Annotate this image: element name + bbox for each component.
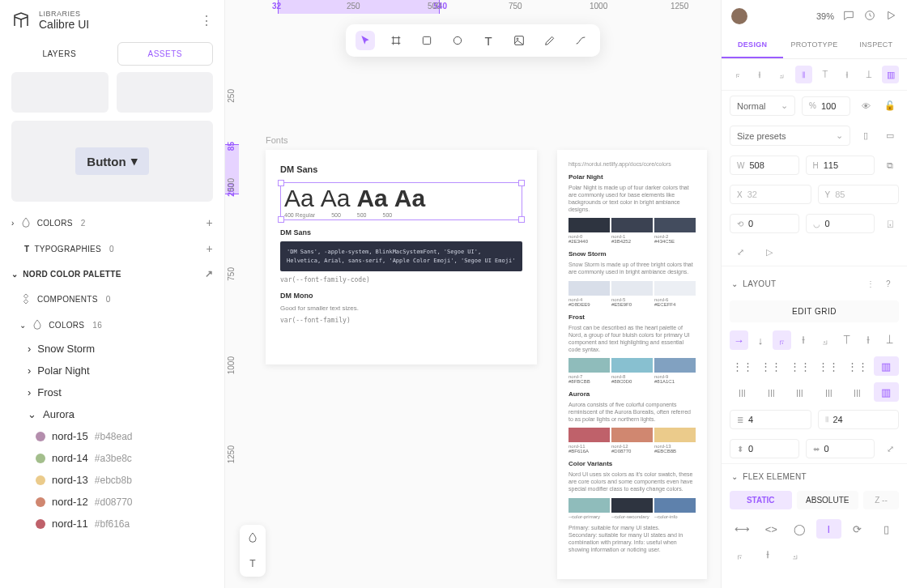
flex-section-header[interactable]: ⌄FLEX ELEMENT	[722, 463, 907, 484]
add-icon[interactable]: +	[207, 242, 213, 255]
asset-thumb[interactable]	[11, 72, 109, 113]
color-item[interactable]: nord-15#b48ead	[8, 425, 224, 447]
color-group[interactable]: ›Polar Night	[8, 360, 224, 381]
section-components[interactable]: COMPONENTS0	[8, 286, 224, 312]
color-group[interactable]: ›Snow Storm	[8, 338, 224, 360]
wrap-4[interactable]: ⋮⋮	[816, 356, 842, 376]
size-presets-select[interactable]: Size presets⌄	[730, 126, 850, 146]
gap-col-field[interactable]: ⦀	[818, 410, 900, 429]
dist-5[interactable]: ⫼	[845, 382, 871, 402]
wrap-2[interactable]: ⋮⋮	[759, 356, 785, 376]
flex-v-hug[interactable]: ▯	[874, 519, 900, 539]
align-center[interactable]: ⫲	[794, 330, 813, 350]
dist-3[interactable]: ⫼	[787, 382, 813, 402]
link-wh-icon[interactable]: ⧉	[881, 156, 899, 174]
flex-h-fill[interactable]: ⟷	[730, 519, 756, 539]
height-field[interactable]: H	[806, 156, 875, 175]
add-icon[interactable]: +	[207, 216, 213, 229]
align-self-end[interactable]: ⟓	[785, 545, 806, 565]
align-start[interactable]: ⟔	[773, 330, 791, 350]
dist-6[interactable]: ▥	[874, 382, 900, 402]
artboard-colors[interactable]: Colors https://nordui.netlify.app/docs/c…	[557, 150, 707, 579]
resize-icon[interactable]: ⤢	[731, 243, 749, 261]
wrap-5[interactable]: ⋮⋮	[845, 356, 871, 376]
avatar[interactable]	[731, 8, 747, 24]
rotation-field[interactable]: ⟲	[730, 214, 799, 233]
more-icon[interactable]: ⋮	[200, 13, 213, 28]
tool-path[interactable]	[571, 31, 590, 50]
tool-image[interactable]	[509, 31, 529, 50]
wrap-3[interactable]: ⋮⋮	[787, 356, 813, 376]
align-bottom[interactable]: ⟘	[860, 66, 877, 83]
pad-expand-icon[interactable]: ⤢	[881, 440, 899, 458]
landscape-icon[interactable]: ▭	[881, 127, 899, 145]
justify-end[interactable]: ⟘	[880, 330, 899, 350]
tool-ellipse[interactable]	[448, 31, 467, 50]
more-icon[interactable]: ⋮	[867, 279, 875, 288]
color-picker-tool[interactable]	[240, 525, 266, 551]
lock-icon[interactable]: 🔓	[881, 97, 899, 115]
position-static[interactable]: STATIC	[730, 491, 792, 509]
opacity-field[interactable]: %	[802, 96, 850, 116]
position-absolute[interactable]: ABSOLUTE	[797, 491, 859, 509]
x-field[interactable]: X	[730, 185, 811, 204]
section-colors-16[interactable]: ⌄ COLORS16	[8, 312, 224, 338]
flex-v-fill[interactable]: ⟳	[845, 519, 871, 539]
flex-h-fixed[interactable]: ◯	[787, 519, 813, 539]
canvas[interactable]: 32 540 25050075010001250 85 200 25050075…	[225, 0, 721, 588]
tab-inspect[interactable]: INSPECT	[845, 32, 907, 58]
tool-frame[interactable]	[386, 31, 406, 50]
align-stretch[interactable]: ▥	[882, 66, 899, 83]
tool-select[interactable]	[356, 31, 375, 50]
help-icon[interactable]: ?	[879, 275, 897, 292]
align-self-start[interactable]: ⟔	[730, 545, 751, 565]
section-colors[interactable]: › COLORS2 +	[0, 210, 224, 236]
wrap-6[interactable]: ▥	[874, 356, 900, 376]
wrap-1[interactable]: ⋮⋮	[730, 356, 756, 376]
history-icon[interactable]	[863, 9, 876, 23]
pad-h-field[interactable]: ⬌	[806, 439, 875, 458]
edit-grid-button[interactable]: EDIT GRID	[730, 300, 899, 322]
align-top[interactable]: ⟙	[817, 66, 834, 83]
align-justify[interactable]: ⫴	[795, 66, 812, 83]
dir-col[interactable]: ↓	[752, 330, 770, 350]
width-field[interactable]: W	[730, 156, 799, 175]
justify-start[interactable]: ⟙	[837, 330, 856, 350]
color-item[interactable]: nord-11#bf616a	[8, 513, 224, 535]
section-typographies[interactable]: T TYPOGRAPHIES0 +	[0, 236, 224, 262]
section-nord-palette[interactable]: ⌄ NORD COLOR PALETTE ↗	[0, 262, 224, 286]
asset-thumb-button[interactable]: Button▾	[11, 121, 213, 202]
external-icon[interactable]: ↗	[205, 268, 213, 279]
blend-mode-select[interactable]: Normal⌄	[730, 96, 795, 116]
align-self-center[interactable]: ⫲	[757, 545, 778, 565]
corners-icon[interactable]: ⌺	[881, 215, 899, 232]
align-center-h[interactable]: ⫲	[752, 66, 769, 83]
color-item[interactable]: nord-12#d08770	[8, 491, 224, 513]
flex-h-hug[interactable]: <>	[759, 519, 785, 539]
asset-thumb[interactable]	[117, 72, 214, 113]
text-tool[interactable]: T	[240, 551, 266, 577]
align-end[interactable]: ⟓	[816, 330, 835, 350]
dist-4[interactable]: ⫼	[816, 382, 842, 402]
zoom-level[interactable]: 39%	[816, 11, 834, 21]
tab-assets[interactable]: ASSETS	[117, 42, 214, 66]
color-item[interactable]: nord-14#a3be8c	[8, 447, 224, 469]
visibility-icon[interactable]: 👁	[857, 97, 875, 115]
clip-icon[interactable]: ▷	[760, 243, 778, 261]
tab-prototype[interactable]: PROTOTYPE	[783, 32, 845, 58]
y-field[interactable]: Y	[818, 185, 900, 204]
pad-v-field[interactable]: ⬍	[730, 439, 799, 458]
dist-2[interactable]: ⫼	[759, 382, 785, 402]
dir-row[interactable]: →	[730, 330, 748, 350]
justify-center[interactable]: ⫲	[859, 330, 878, 350]
flex-text[interactable]: I	[816, 519, 842, 539]
color-group[interactable]: ⌄Aurora	[8, 403, 224, 425]
layout-section-header[interactable]: ⌄LAYOUT ⋮ ?	[722, 266, 907, 296]
dist-1[interactable]: ⫼	[730, 382, 756, 402]
tool-rectangle[interactable]	[417, 31, 436, 50]
color-item[interactable]: nord-13#ebcb8b	[8, 469, 224, 491]
z-index[interactable]: Z --	[863, 491, 899, 509]
selection-box[interactable]: AaAaAaAa 400 Regular500500500	[280, 182, 522, 220]
align-left[interactable]: ⟔	[730, 66, 747, 83]
artboard-fonts[interactable]: Fonts DM Sans AaAaAaAa 400 Regular500500…	[266, 150, 537, 364]
